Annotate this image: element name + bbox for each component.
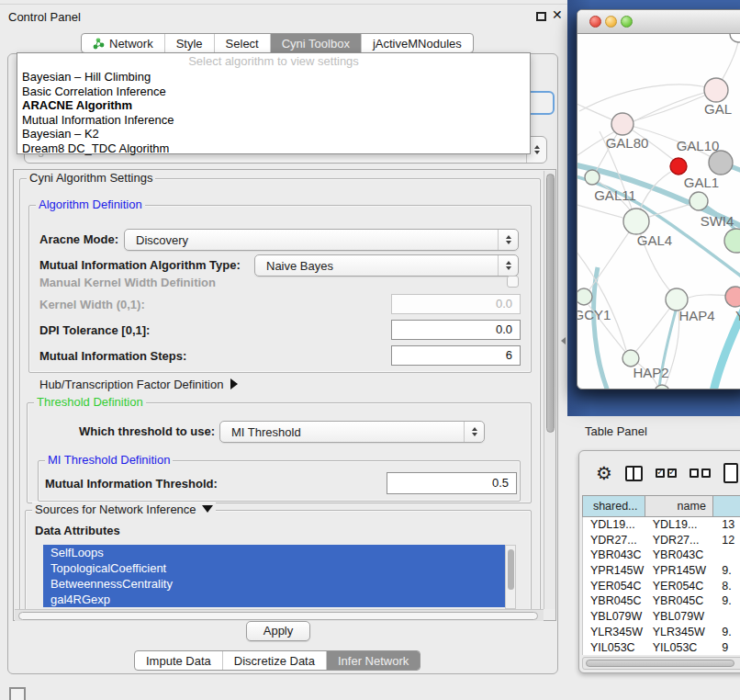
algorithm-option-bayesian-k2[interactable]: Bayesian – K2 xyxy=(17,127,530,141)
column-header-extra[interactable] xyxy=(713,495,740,517)
which-threshold-label: Which threshold to use: xyxy=(79,424,215,438)
tab-network[interactable]: Network xyxy=(82,34,165,52)
tab-discretize-data[interactable]: Discretize Data xyxy=(223,651,327,670)
network-node-gal11[interactable] xyxy=(585,170,600,185)
table-row[interactable]: YDR27...YDR27...12 xyxy=(583,533,740,548)
panel-divider-handle[interactable] xyxy=(561,337,566,344)
network-node-gal4[interactable] xyxy=(623,209,649,234)
algorithm-option-bayesian-hill-climbing[interactable]: Bayesian – Hill Climbing xyxy=(17,70,530,85)
float-icon[interactable] xyxy=(536,12,546,21)
network-graph-canvas[interactable]: GALGAL80GAL10GAL1GAL11SWI4GAL4GCY1HAP4YH… xyxy=(577,34,740,390)
table-horizontal-scrollbar[interactable] xyxy=(582,657,740,670)
sources-toggle[interactable]: Sources for Network Inference xyxy=(32,502,216,516)
control-panel-tabbar: NetworkStyleSelectCyni ToolboxjActiveMNo… xyxy=(81,33,474,53)
tab-cyni-toolbox[interactable]: Cyni Toolbox xyxy=(271,34,362,52)
attribute-item-betweennesscentrality[interactable]: BetweennessCentrality xyxy=(43,576,505,592)
table-cell: YLR345W xyxy=(645,625,713,640)
tab-select[interactable]: Select xyxy=(215,34,271,52)
hub-section-toggle[interactable]: Hub/Transcription Factor Definition xyxy=(39,378,238,391)
node-label-swi4: SWI4 xyxy=(701,213,734,229)
zoom-traffic-light-icon[interactable] xyxy=(621,16,633,28)
network-edge[interactable] xyxy=(622,90,716,124)
tab-style[interactable]: Style xyxy=(165,34,215,52)
network-node[interactable] xyxy=(670,158,687,175)
tab-label: Select xyxy=(226,37,259,51)
data-attributes-label: Data Attributes xyxy=(35,524,120,537)
settings-content: Cyni Algorithm Settings Algorithm Defini… xyxy=(15,171,544,609)
tab-infer-network[interactable]: Infer Network xyxy=(327,651,420,670)
table-row[interactable]: YBL079WYBL079W xyxy=(583,609,740,625)
network-node[interactable] xyxy=(655,385,669,390)
table-cell: 8. xyxy=(712,579,740,594)
checked-boxes-icon[interactable] xyxy=(656,469,677,478)
algorithm-definition-legend: Algorithm Definition xyxy=(36,198,145,211)
network-edge[interactable] xyxy=(594,267,611,390)
network-node-gal1[interactable] xyxy=(690,192,708,210)
tab-label: Network xyxy=(109,37,153,51)
algorithm-option-dream8-dc-tdc-algorithm[interactable]: Dream8 DC_TDC Algorithm xyxy=(17,141,530,156)
settings-vertical-scrollbar[interactable] xyxy=(544,171,555,609)
unchecked-boxes-icon[interactable] xyxy=(690,469,711,478)
aracne-mode-value: Discovery xyxy=(136,233,188,247)
which-threshold-combo[interactable]: MI Threshold xyxy=(219,421,485,443)
document-icon[interactable] xyxy=(723,463,738,483)
table-row[interactable]: YBR045CYBR045C9. xyxy=(583,593,740,609)
mi-algorithm-type-value: Naive Bayes xyxy=(266,259,333,273)
mi-algorithm-type-label: Mutual Information Algorithm Type: xyxy=(39,258,241,272)
docked-panel-icon[interactable] xyxy=(9,687,26,700)
table-row[interactable]: YLR345WYLR345W9. xyxy=(583,625,740,640)
network-node-gal10[interactable] xyxy=(709,151,733,175)
settings-horizontal-scrollbar[interactable] xyxy=(15,609,544,621)
algorithm-option-aracne-algorithm[interactable]: ARACNE Algorithm xyxy=(17,98,530,113)
table-cell: YPR145W xyxy=(645,563,713,579)
column-header-shared[interactable]: shared... xyxy=(582,495,645,517)
network-node-y[interactable] xyxy=(725,287,740,307)
minimize-traffic-light-icon[interactable] xyxy=(605,16,617,28)
data-attributes-list: SelfLoopsTopologicalCoefficientBetweenne… xyxy=(43,545,505,607)
close-icon[interactable]: ✕ xyxy=(552,7,563,22)
column-header-name[interactable]: name xyxy=(645,495,713,517)
node-label-hap2: HAP2 xyxy=(633,365,668,380)
table-row[interactable]: YER054CYER054C8. xyxy=(583,579,740,594)
panel-top-divider xyxy=(0,4,569,5)
dpi-tolerance-field[interactable]: 0.0 xyxy=(391,320,521,340)
network-window-titlebar[interactable] xyxy=(577,10,740,34)
table-cell: YDL19... xyxy=(583,517,645,533)
attribute-item-selfloops[interactable]: SelfLoops xyxy=(43,545,505,560)
split-columns-icon[interactable] xyxy=(625,466,643,481)
attribute-item-topologicalcoefficient[interactable]: TopologicalCoefficient xyxy=(43,560,505,576)
apply-button[interactable]: Apply xyxy=(246,621,310,641)
mi-algorithm-type-combo[interactable]: Naive Bayes xyxy=(254,254,519,277)
network-node-gal80[interactable] xyxy=(611,113,633,135)
table-row[interactable]: YIL053CYIL053C9 xyxy=(583,640,740,656)
gear-icon[interactable]: ⚙ xyxy=(596,464,612,482)
network-node[interactable] xyxy=(730,34,740,42)
mi-steps-field[interactable]: 6 xyxy=(391,345,521,366)
node-label-y: Y xyxy=(735,308,740,323)
manual-kernel-width-checkbox[interactable] xyxy=(507,276,519,288)
tab-impute-data[interactable]: Impute Data xyxy=(135,651,223,670)
table-cell: 9. xyxy=(712,563,740,579)
mi-threshold-field[interactable]: 0.5 xyxy=(387,472,517,494)
table-row[interactable]: YDL19...YDL19...13 xyxy=(583,517,740,533)
network-node-swi4[interactable] xyxy=(724,229,740,253)
table-row[interactable]: YBR043CYBR043C xyxy=(583,548,740,563)
attributes-list-scrollbar[interactable] xyxy=(505,545,516,609)
aracne-mode-combo[interactable]: Discovery xyxy=(124,229,519,251)
aracne-mode-label: Aracne Mode: xyxy=(39,232,118,246)
close-traffic-light-icon[interactable] xyxy=(589,16,601,28)
kernel-width-field[interactable]: 0.0 xyxy=(391,294,521,314)
table-row[interactable]: YPR145WYPR145W9. xyxy=(583,563,740,579)
network-edge[interactable] xyxy=(579,85,716,111)
dpi-tolerance-label: DPI Tolerance [0,1]: xyxy=(39,323,150,337)
which-threshold-value: MI Threshold xyxy=(231,425,301,439)
network-node-gal[interactable] xyxy=(704,78,728,102)
algorithm-dropdown-list: Select algorithm to view settings Bayesi… xyxy=(17,52,531,154)
table-cell: YDR27... xyxy=(583,533,645,548)
tab-jactivemnodules[interactable]: jActiveMNodules xyxy=(362,34,473,52)
algorithm-option-mutual-information-inference[interactable]: Mutual Information Inference xyxy=(17,113,530,128)
tab-label: Discretize Data xyxy=(234,654,315,668)
attribute-item-gal4rgexp[interactable]: gal4RGexp xyxy=(43,592,505,607)
network-node-gcy1[interactable] xyxy=(577,288,592,305)
algorithm-option-basic-correlation-inference[interactable]: Basic Correlation Inference xyxy=(17,85,530,99)
